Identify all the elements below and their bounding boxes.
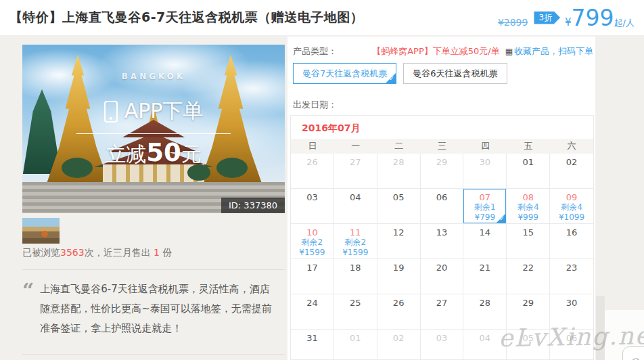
corner-watermark-glyph: e — [629, 352, 639, 360]
calendar-cell-07[interactable]: 07剩余1¥799✓ — [463, 189, 507, 224]
favorite-scan-link[interactable]: 收藏产品，扫码下单 — [514, 46, 593, 56]
weekday-label: 一 — [334, 139, 377, 154]
calendar-cell-01: 01 — [334, 330, 377, 360]
calendar-cell-14: 14 — [463, 224, 507, 259]
qr-code-icon[interactable]: ▦ — [505, 47, 513, 56]
calendar-cell-03: 03 — [421, 330, 464, 360]
calendar-cell-30: 30 — [550, 294, 593, 330]
booking-panel: 产品类型： 【蚂蜂窝APP】下单立减50元/单▦收藏产品，扫码下单 曼谷7天往返… — [288, 37, 595, 360]
calendar-cell-21: 21 — [463, 259, 507, 294]
calendar-cell-02: 02 — [377, 330, 421, 360]
calendar-cell-05: 05 — [507, 330, 550, 360]
product-options: 曼谷7天往返含税机票✓曼谷6天往返含税机票 — [293, 63, 507, 84]
original-price: ¥2899 — [498, 17, 528, 28]
page-header: 【特价】上海直飞曼谷6-7天往返含税机票（赠送电子地图） ¥2899 3折 ¥ … — [0, 0, 644, 35]
calendar-cell-04: 04 — [463, 330, 507, 360]
sold-count: 1 — [154, 247, 160, 258]
calendar-cell-28: 28 — [463, 294, 507, 330]
weekday-label: 四 — [463, 139, 507, 154]
current-price: 799 — [572, 7, 614, 29]
calendar-cell-29: 29 — [507, 294, 550, 330]
calendar-cell-28: 28 — [377, 154, 421, 189]
product-image[interactable]: BANGKOK APP下单 立减50元 ID: 337380 — [22, 45, 285, 213]
divider — [22, 269, 285, 270]
calendar-cell-12: 12 — [377, 224, 421, 259]
overlay-divider — [76, 133, 231, 134]
app-promo-brand: 【蚂蜂窝APP】 — [372, 46, 433, 56]
quote-text: 上海直飞曼谷6-7天往返含税机票，灵活性高，酒店随意搭配，性价比更高~泰国可以落… — [40, 279, 278, 338]
calendar-cell-24: 24 — [291, 294, 334, 330]
phone-icon — [104, 101, 118, 122]
weekday-label: 三 — [421, 139, 464, 154]
calendar-cell-05: 05 — [377, 189, 421, 224]
weekday-label: 五 — [507, 139, 550, 154]
calendar-cell-20: 20 — [421, 259, 464, 294]
views-sold-line: 已被浏览3563次，近三月售出 1 份 — [22, 247, 172, 259]
calendar-cell-06: 06 — [421, 189, 464, 224]
corner-widget: e — [605, 310, 644, 360]
calendar-cell-19: 19 — [377, 259, 421, 294]
app-order-line: APP下单 — [104, 97, 204, 125]
product-option-1[interactable]: 曼谷6天往返含税机票 — [403, 63, 507, 84]
calendar-cell-26: 26 — [291, 154, 334, 189]
product-type-label: 产品类型： — [293, 45, 337, 58]
app-promo-line: 【蚂蜂窝APP】下单立减50元/单▦收藏产品，扫码下单 — [372, 45, 593, 58]
view-count: 3563 — [60, 247, 85, 258]
calendar-cell-04: 04 — [334, 189, 377, 224]
weekday-label: 日 — [291, 139, 334, 154]
calendar-cell-03: 03 — [291, 189, 334, 224]
calendar-cell-23: 23 — [550, 259, 593, 294]
price-suffix: 起/人 — [614, 17, 635, 29]
calendar-cell-27: 27 — [421, 294, 464, 330]
currency-symbol: ¥ — [565, 16, 572, 28]
image-promo-overlay: BANGKOK APP下单 立减50元 — [22, 45, 285, 213]
discount-line: 立减50元 — [106, 138, 202, 168]
scrollbar-thumb[interactable] — [596, 296, 605, 360]
calendar-cell-16: 16 — [550, 224, 593, 259]
calendar-cell-25: 25 — [334, 294, 377, 330]
selected-check-icon: ✓ — [386, 73, 396, 83]
calendar-cell-13: 13 — [421, 224, 464, 259]
departure-calendar: 2016年07月 日一二三四五六 26272829300102030405060… — [290, 115, 594, 360]
calendar-cell-30: 30 — [463, 154, 507, 189]
calendar-cell-29: 29 — [421, 154, 464, 189]
product-id-label: ID: 337380 — [221, 198, 285, 213]
calendar-cell-17: 17 — [291, 259, 334, 294]
calendar-cell-01: 01 — [507, 154, 550, 189]
discount-badge: 3折 — [534, 12, 560, 24]
product-option-0[interactable]: 曼谷7天往返含税机票✓ — [293, 63, 396, 84]
divider — [22, 354, 285, 355]
app-promo-deal: 下单立减50元/单 — [433, 46, 500, 56]
calendar-cell-02: 02 — [550, 154, 593, 189]
calendar-cell-11[interactable]: 11剩余2¥1599 — [334, 224, 377, 259]
calendar-cell-10[interactable]: 10剩余2¥1599 — [291, 224, 334, 259]
quote-icon: “ — [22, 279, 34, 338]
selected-check-icon: ✓ — [496, 213, 506, 223]
calendar-grid: 262728293001020304050607剩余1¥799✓08剩余4¥99… — [291, 154, 593, 360]
calendar-cell-27: 27 — [334, 154, 377, 189]
calendar-cell-31: 31 — [291, 330, 334, 360]
calendar-cell-09[interactable]: 09剩余4¥1099 — [550, 189, 593, 224]
calendar-cell-08[interactable]: 08剩余4¥999 — [507, 189, 550, 224]
calendar-cell-06: 06 — [550, 330, 593, 360]
gallery-thumbnail[interactable] — [22, 218, 60, 244]
calendar-cell-22: 22 — [507, 259, 550, 294]
page-title: 【特价】上海直飞曼谷6-7天往返含税机票（赠送电子地图） — [9, 9, 363, 26]
calendar-cell-15: 15 — [507, 224, 550, 259]
price-cluster: ¥2899 3折 ¥ 799 起/人 — [498, 7, 635, 29]
calendar-cell-18: 18 — [334, 259, 377, 294]
weekday-label: 二 — [377, 139, 421, 154]
app-order-text: APP下单 — [124, 97, 204, 125]
calendar-weekday-row: 日一二三四五六 — [291, 139, 593, 154]
calendar-month-title: 2016年07月 — [291, 116, 593, 139]
weekday-label: 六 — [550, 139, 593, 154]
image-brand-text: BANGKOK — [122, 72, 186, 81]
depart-date-label: 出发日期： — [293, 99, 337, 111]
product-quote: “ 上海直飞曼谷6-7天往返含税机票，灵活性高，酒店随意搭配，性价比更高~泰国可… — [22, 279, 278, 338]
calendar-cell-26: 26 — [377, 294, 421, 330]
